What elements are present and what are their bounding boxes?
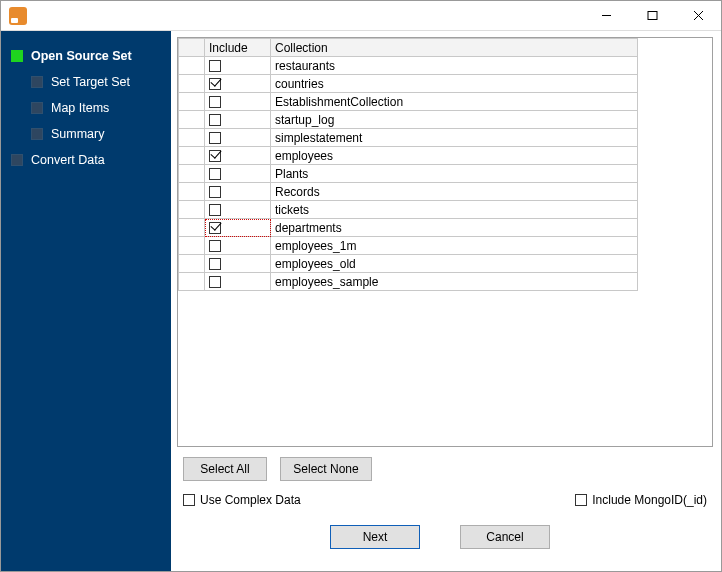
minimize-button[interactable] bbox=[583, 1, 629, 31]
grid-corner bbox=[179, 39, 205, 57]
table-row[interactable]: startup_log bbox=[179, 111, 638, 129]
collection-cell[interactable]: Plants bbox=[271, 165, 638, 183]
include-checkbox[interactable] bbox=[209, 240, 221, 252]
collection-cell[interactable]: startup_log bbox=[271, 111, 638, 129]
row-header[interactable] bbox=[179, 165, 205, 183]
step-marker-icon bbox=[11, 50, 23, 62]
include-checkbox[interactable] bbox=[209, 132, 221, 144]
collection-cell[interactable]: employees bbox=[271, 147, 638, 165]
table-row[interactable]: countries bbox=[179, 75, 638, 93]
table-row[interactable]: employees_1m bbox=[179, 237, 638, 255]
table-row[interactable]: EstablishmentCollection bbox=[179, 93, 638, 111]
collection-cell[interactable]: departments bbox=[271, 219, 638, 237]
include-checkbox[interactable] bbox=[209, 186, 221, 198]
use-complex-data-label: Use Complex Data bbox=[200, 493, 301, 507]
include-checkbox[interactable] bbox=[209, 114, 221, 126]
next-button[interactable]: Next bbox=[330, 525, 420, 549]
include-cell[interactable] bbox=[205, 147, 271, 165]
titlebar bbox=[1, 1, 721, 31]
wizard-dialog: Open Source SetSet Target SetMap ItemsSu… bbox=[0, 0, 722, 572]
select-none-button[interactable]: Select None bbox=[280, 457, 371, 481]
include-cell[interactable] bbox=[205, 57, 271, 75]
step-label: Open Source Set bbox=[31, 49, 132, 63]
wizard-steps-sidebar: Open Source SetSet Target SetMap ItemsSu… bbox=[1, 31, 171, 571]
row-header[interactable] bbox=[179, 129, 205, 147]
table-row[interactable]: departments bbox=[179, 219, 638, 237]
collections-grid[interactable]: Include Collection restaurantscountriesE… bbox=[177, 37, 713, 447]
step-marker-icon bbox=[31, 102, 43, 114]
wizard-step[interactable]: Summary bbox=[1, 121, 171, 147]
cancel-button[interactable]: Cancel bbox=[460, 525, 550, 549]
row-header[interactable] bbox=[179, 273, 205, 291]
table-row[interactable]: simplestatement bbox=[179, 129, 638, 147]
step-label: Convert Data bbox=[31, 153, 105, 167]
collection-cell[interactable]: Records bbox=[271, 183, 638, 201]
collection-cell[interactable]: simplestatement bbox=[271, 129, 638, 147]
include-cell[interactable] bbox=[205, 273, 271, 291]
use-complex-data-checkbox[interactable]: Use Complex Data bbox=[183, 493, 301, 507]
table-row[interactable]: Plants bbox=[179, 165, 638, 183]
row-header[interactable] bbox=[179, 237, 205, 255]
include-mongoid-checkbox[interactable]: Include MongoID(_id) bbox=[575, 493, 707, 507]
step-label: Map Items bbox=[51, 101, 109, 115]
include-checkbox[interactable] bbox=[209, 276, 221, 288]
row-header[interactable] bbox=[179, 201, 205, 219]
step-label: Summary bbox=[51, 127, 104, 141]
include-checkbox[interactable] bbox=[209, 60, 221, 72]
collection-cell[interactable]: employees_1m bbox=[271, 237, 638, 255]
row-header[interactable] bbox=[179, 147, 205, 165]
include-checkbox[interactable] bbox=[209, 258, 221, 270]
include-cell[interactable] bbox=[205, 93, 271, 111]
row-header[interactable] bbox=[179, 111, 205, 129]
include-cell[interactable] bbox=[205, 129, 271, 147]
table-row[interactable]: Records bbox=[179, 183, 638, 201]
table-row[interactable]: restaurants bbox=[179, 57, 638, 75]
table-row[interactable]: tickets bbox=[179, 201, 638, 219]
include-checkbox[interactable] bbox=[209, 222, 221, 234]
include-checkbox[interactable] bbox=[209, 78, 221, 90]
collection-cell[interactable]: countries bbox=[271, 75, 638, 93]
include-checkbox[interactable] bbox=[209, 168, 221, 180]
wizard-step[interactable]: Open Source Set bbox=[1, 43, 171, 69]
collection-cell[interactable]: tickets bbox=[271, 201, 638, 219]
main-panel: Include Collection restaurantscountriesE… bbox=[171, 31, 721, 571]
row-header[interactable] bbox=[179, 255, 205, 273]
include-cell[interactable] bbox=[205, 201, 271, 219]
include-cell[interactable] bbox=[205, 165, 271, 183]
row-header[interactable] bbox=[179, 219, 205, 237]
include-mongoid-label: Include MongoID(_id) bbox=[592, 493, 707, 507]
maximize-button[interactable] bbox=[629, 1, 675, 31]
step-label: Set Target Set bbox=[51, 75, 130, 89]
collection-cell[interactable]: restaurants bbox=[271, 57, 638, 75]
close-button[interactable] bbox=[675, 1, 721, 31]
row-header[interactable] bbox=[179, 75, 205, 93]
include-checkbox[interactable] bbox=[209, 150, 221, 162]
wizard-step[interactable]: Convert Data bbox=[1, 147, 171, 173]
collection-cell[interactable]: employees_old bbox=[271, 255, 638, 273]
step-marker-icon bbox=[31, 76, 43, 88]
include-checkbox[interactable] bbox=[209, 204, 221, 216]
collection-cell[interactable]: employees_sample bbox=[271, 273, 638, 291]
table-row[interactable]: employees_old bbox=[179, 255, 638, 273]
step-marker-icon bbox=[31, 128, 43, 140]
include-cell[interactable] bbox=[205, 111, 271, 129]
wizard-step[interactable]: Map Items bbox=[1, 95, 171, 121]
row-header[interactable] bbox=[179, 183, 205, 201]
wizard-step[interactable]: Set Target Set bbox=[1, 69, 171, 95]
table-row[interactable]: employees_sample bbox=[179, 273, 638, 291]
include-cell[interactable] bbox=[205, 255, 271, 273]
row-header[interactable] bbox=[179, 57, 205, 75]
app-icon bbox=[9, 7, 27, 25]
header-include[interactable]: Include bbox=[205, 39, 271, 57]
include-cell[interactable] bbox=[205, 237, 271, 255]
include-cell[interactable] bbox=[205, 75, 271, 93]
collection-cell[interactable]: EstablishmentCollection bbox=[271, 93, 638, 111]
header-collection[interactable]: Collection bbox=[271, 39, 638, 57]
include-cell[interactable] bbox=[205, 219, 271, 237]
table-row[interactable]: employees bbox=[179, 147, 638, 165]
include-cell[interactable] bbox=[205, 183, 271, 201]
select-all-button[interactable]: Select All bbox=[183, 457, 267, 481]
svg-rect-1 bbox=[648, 12, 657, 20]
include-checkbox[interactable] bbox=[209, 96, 221, 108]
row-header[interactable] bbox=[179, 93, 205, 111]
